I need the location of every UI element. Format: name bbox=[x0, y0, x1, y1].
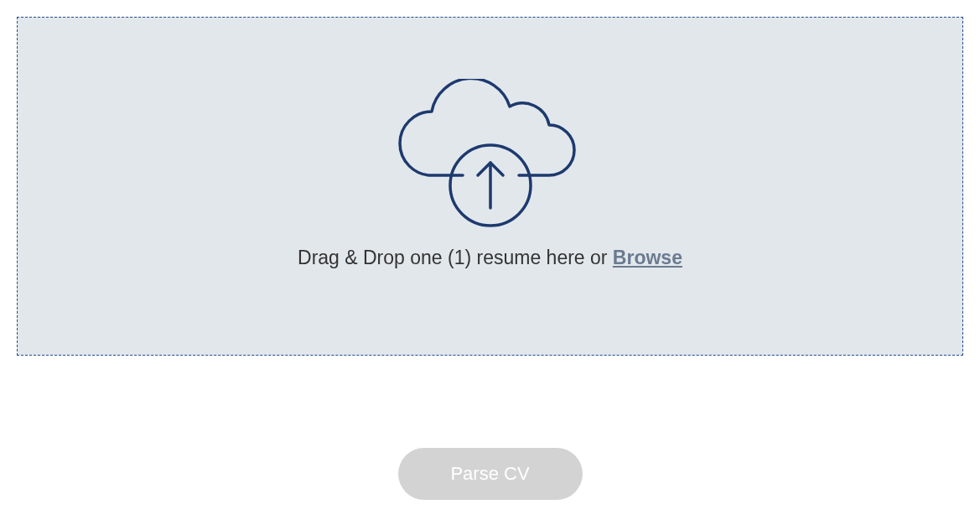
button-container: Parse CV bbox=[17, 448, 963, 500]
dropzone-instruction: Drag & Drop one (1) resume here or Brows… bbox=[298, 247, 682, 269]
browse-link[interactable]: Browse bbox=[613, 247, 682, 268]
cloud-upload-icon bbox=[398, 79, 583, 230]
file-dropzone[interactable]: Drag & Drop one (1) resume here or Brows… bbox=[17, 17, 963, 356]
dropzone-instruction-text: Drag & Drop one (1) resume here or bbox=[298, 247, 613, 268]
parse-cv-button[interactable]: Parse CV bbox=[398, 448, 583, 500]
